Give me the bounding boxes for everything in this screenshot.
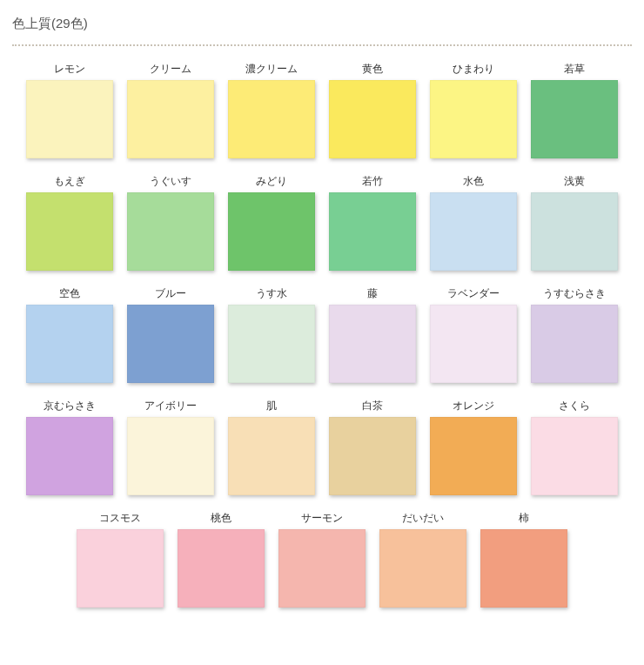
swatch-chip bbox=[329, 192, 416, 271]
swatch-item: だいだい bbox=[378, 511, 468, 608]
swatch-label: 空色 bbox=[59, 286, 80, 301]
swatch-row: 京むらさきアイボリー肌白茶オレンジさくら bbox=[12, 399, 632, 495]
swatch-chip bbox=[430, 80, 517, 158]
swatch-chip bbox=[127, 80, 214, 158]
swatch-chip bbox=[127, 417, 214, 495]
swatch-item: 若草 bbox=[529, 62, 620, 158]
swatch-chip bbox=[531, 80, 618, 158]
swatch-chip bbox=[26, 80, 113, 158]
swatch-item: レモン bbox=[24, 62, 115, 158]
swatch-label: うす水 bbox=[256, 286, 287, 301]
swatch-chip bbox=[278, 529, 366, 608]
swatch-label: 桃色 bbox=[211, 511, 231, 526]
swatch-item: オレンジ bbox=[428, 399, 519, 495]
swatch-item: 浅黄 bbox=[529, 174, 620, 271]
swatch-chip bbox=[77, 529, 164, 608]
swatch-chip bbox=[531, 192, 618, 271]
swatch-item: うすむらさき bbox=[529, 286, 620, 383]
swatch-row: レモンクリーム濃クリーム黄色ひまわり若草 bbox=[12, 62, 632, 158]
swatch-label: クリーム bbox=[150, 62, 191, 77]
swatch-item: コスモス bbox=[75, 511, 165, 608]
swatch-item: 水色 bbox=[428, 174, 519, 271]
swatch-item: ひまわり bbox=[428, 62, 519, 158]
swatch-chip bbox=[329, 417, 416, 495]
swatch-label: 柿 bbox=[519, 511, 529, 526]
swatch-chip bbox=[127, 305, 214, 383]
swatch-item: 桃色 bbox=[176, 511, 266, 608]
swatch-item: 柿 bbox=[479, 511, 569, 608]
swatch-item: 白茶 bbox=[327, 399, 418, 495]
swatch-chip bbox=[430, 305, 517, 383]
swatch-label: 黄色 bbox=[362, 62, 383, 77]
swatch-chip bbox=[531, 417, 618, 495]
swatch-label: 肌 bbox=[266, 399, 277, 413]
swatch-row: コスモス桃色サーモンだいだい柿 bbox=[12, 511, 632, 608]
swatch-chip bbox=[228, 417, 315, 495]
swatch-label: うすむらさき bbox=[543, 286, 606, 301]
swatch-chip bbox=[379, 529, 466, 608]
swatch-chip bbox=[228, 192, 315, 271]
swatch-chip bbox=[26, 417, 113, 495]
swatch-item: 若竹 bbox=[327, 174, 418, 271]
swatch-label: コスモス bbox=[99, 511, 141, 526]
swatch-chip bbox=[430, 417, 517, 495]
swatch-item: サーモン bbox=[277, 511, 367, 608]
swatch-label: 若竹 bbox=[362, 174, 383, 189]
swatch-chip bbox=[480, 529, 567, 608]
swatch-label: 濃クリーム bbox=[245, 62, 298, 77]
swatch-item: ラベンダー bbox=[428, 286, 519, 383]
swatch-item: みどり bbox=[226, 174, 317, 271]
swatch-label: 若草 bbox=[564, 62, 585, 77]
divider bbox=[12, 44, 632, 46]
swatch-label: 水色 bbox=[463, 174, 484, 189]
swatch-item: 黄色 bbox=[327, 62, 418, 158]
swatch-item: さくら bbox=[529, 399, 620, 495]
swatch-label: 藤 bbox=[367, 286, 378, 301]
swatch-label: 浅黄 bbox=[564, 174, 585, 189]
swatch-row: もえぎうぐいすみどり若竹水色浅黄 bbox=[12, 174, 632, 271]
swatch-chip bbox=[26, 192, 113, 271]
swatch-label: レモン bbox=[54, 62, 85, 77]
swatch-label: 白茶 bbox=[362, 399, 383, 413]
swatch-item: 肌 bbox=[226, 399, 317, 495]
swatch-item: 濃クリーム bbox=[226, 62, 317, 158]
swatch-item: ブルー bbox=[125, 286, 216, 383]
swatch-chip bbox=[430, 192, 517, 271]
page-title: 色上質(29色) bbox=[12, 16, 632, 32]
swatch-chip bbox=[26, 305, 113, 383]
swatch-item: クリーム bbox=[125, 62, 216, 158]
color-chart-container: 色上質(29色) レモンクリーム濃クリーム黄色ひまわり若草もえぎうぐいすみどり若… bbox=[0, 0, 644, 641]
swatch-label: ブルー bbox=[155, 286, 186, 301]
swatch-label: サーモン bbox=[301, 511, 343, 526]
swatch-label: アイボリー bbox=[144, 399, 197, 413]
swatch-chip bbox=[228, 80, 315, 158]
swatch-chip bbox=[329, 80, 416, 158]
swatch-label: オレンジ bbox=[453, 399, 494, 413]
swatch-chip bbox=[228, 305, 315, 383]
swatch-item: うす水 bbox=[226, 286, 317, 383]
swatch-item: 京むらさき bbox=[24, 399, 115, 495]
swatch-label: 京むらさき bbox=[44, 399, 96, 413]
swatch-label: ひまわり bbox=[453, 62, 494, 77]
swatch-row: 空色ブルーうす水藤ラベンダーうすむらさき bbox=[12, 286, 632, 383]
swatch-chip bbox=[178, 529, 265, 608]
swatch-item: 空色 bbox=[24, 286, 115, 383]
swatch-label: もえぎ bbox=[54, 174, 85, 189]
swatch-chip bbox=[531, 305, 618, 383]
swatch-item: もえぎ bbox=[24, 174, 115, 271]
swatch-label: だいだい bbox=[402, 511, 444, 526]
swatch-chip bbox=[329, 305, 416, 383]
swatch-grid: レモンクリーム濃クリーム黄色ひまわり若草もえぎうぐいすみどり若竹水色浅黄空色ブル… bbox=[12, 62, 632, 608]
swatch-label: さくら bbox=[559, 399, 590, 413]
swatch-item: うぐいす bbox=[125, 174, 216, 271]
swatch-label: みどり bbox=[256, 174, 287, 189]
swatch-item: 藤 bbox=[327, 286, 418, 383]
swatch-chip bbox=[127, 192, 214, 271]
swatch-item: アイボリー bbox=[125, 399, 216, 495]
swatch-label: ラベンダー bbox=[447, 286, 500, 301]
swatch-label: うぐいす bbox=[150, 174, 191, 189]
